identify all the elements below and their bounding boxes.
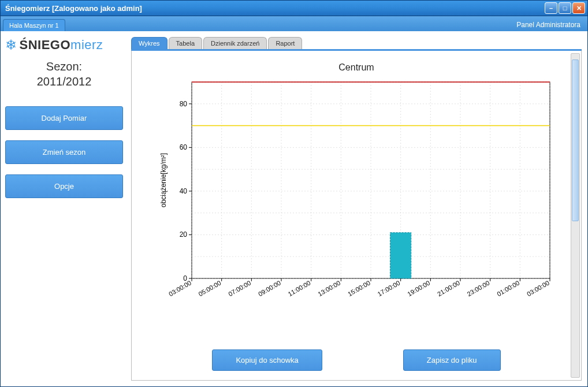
add-measurement-button[interactable]: Dodaj Pomiar [5, 106, 123, 130]
svg-text:01:00:00: 01:00:00 [496, 279, 520, 297]
scrollbar-thumb[interactable] [572, 59, 579, 221]
svg-text:obciążenie[kg/m²]: obciążenie[kg/m²] [159, 153, 168, 207]
svg-text:15:00:00: 15:00:00 [347, 279, 371, 297]
tab-tabela[interactable]: Tabela [169, 37, 202, 49]
scrollbar[interactable] [571, 53, 580, 378]
chart: 02040608003:00:0005:00:0007:00:0009:00:0… [151, 76, 561, 319]
window-title: Śniegomierz [Zalogowano jako admin] [5, 4, 545, 13]
tab-dziennik[interactable]: Dziennik zdarzeń [203, 37, 267, 49]
svg-text:80: 80 [180, 100, 188, 108]
sidebar: ❄ ŚNIEGOmierz Sezon: 2011/2012 Dodaj Pom… [1, 31, 128, 386]
svg-text:21:00:00: 21:00:00 [436, 279, 461, 297]
main-area: ❄ ŚNIEGOmierz Sezon: 2011/2012 Dodaj Pom… [0, 31, 588, 387]
copy-clipboard-button[interactable]: Kopiuj do schowka [212, 349, 322, 371]
snowflake-icon: ❄ [5, 37, 17, 53]
svg-text:13:00:00: 13:00:00 [317, 279, 341, 297]
svg-text:07:00:00: 07:00:00 [227, 279, 252, 297]
tab-hall[interactable]: Hala Maszyn nr 1 [3, 19, 65, 31]
svg-text:20: 20 [180, 230, 188, 239]
maximize-button[interactable]: □ [559, 2, 571, 14]
svg-text:09:00:00: 09:00:00 [257, 279, 282, 297]
svg-text:03:00:00: 03:00:00 [526, 279, 550, 297]
change-season-button[interactable]: Zmień sezon [5, 140, 123, 164]
chart-panel: Centrum 02040608003:00:0005:00:0007:00:0… [131, 51, 582, 381]
season-line1: Sezon: [46, 60, 82, 73]
minimize-button[interactable]: – [545, 2, 557, 14]
window-buttons: – □ ✕ [545, 2, 585, 14]
svg-text:05:00:00: 05:00:00 [198, 279, 222, 297]
season-label: Sezon: 2011/2012 [5, 59, 123, 89]
svg-rect-26 [390, 233, 411, 278]
appbar: Hala Maszyn nr 1 Panel Administratora [0, 16, 588, 31]
content-tabs: Wykres Tabela Dziennik zdarzeń Raport [131, 37, 582, 51]
svg-text:17:00:00: 17:00:00 [377, 279, 401, 297]
tab-raport[interactable]: Raport [268, 37, 302, 49]
svg-text:11:00:00: 11:00:00 [287, 279, 312, 297]
svg-text:03:00:00: 03:00:00 [168, 279, 192, 297]
svg-text:40: 40 [180, 187, 188, 195]
chart-buttons: Kopiuj do schowka Zapisz do pliku [141, 343, 572, 374]
tab-wykres[interactable]: Wykres [131, 37, 168, 49]
chart-title: Centrum [338, 62, 374, 73]
season-line2: 2011/2012 [37, 75, 92, 88]
window-titlebar: Śniegomierz [Zalogowano jako admin] – □ … [0, 0, 588, 16]
logo: ❄ ŚNIEGOmierz [5, 37, 123, 53]
svg-text:19:00:00: 19:00:00 [406, 279, 431, 297]
svg-text:60: 60 [180, 143, 188, 151]
save-file-button[interactable]: Zapisz do pliku [403, 349, 501, 371]
panel-admin-link[interactable]: Panel Administratora [512, 18, 585, 31]
logo-part1: ŚNIEGO [20, 38, 71, 53]
logo-part2: mierz [70, 38, 103, 53]
svg-text:23:00:00: 23:00:00 [466, 279, 491, 297]
options-button[interactable]: Opcje [5, 174, 123, 198]
chart-wrap: Centrum 02040608003:00:0005:00:0007:00:0… [141, 62, 572, 343]
content: Wykres Tabela Dziennik zdarzeń Raport Ce… [128, 31, 587, 386]
close-button[interactable]: ✕ [572, 2, 585, 14]
